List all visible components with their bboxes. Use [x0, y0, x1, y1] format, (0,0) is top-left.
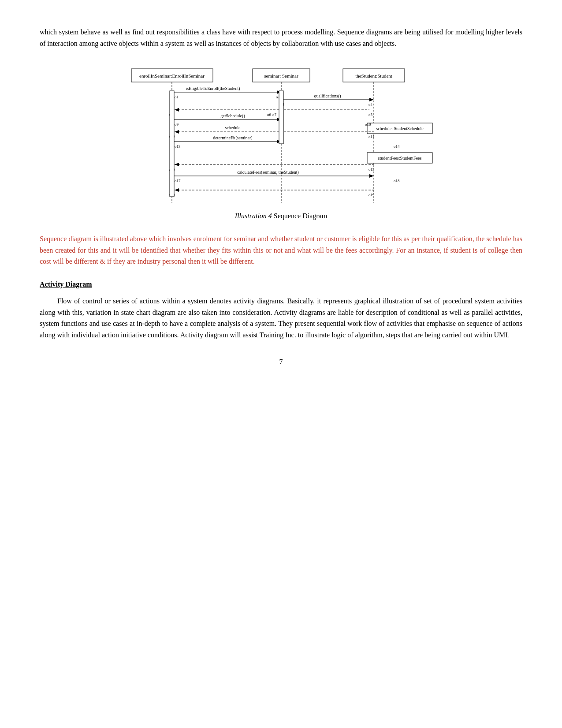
- svg-text:isEligibleToEnroll(theStudent): isEligibleToEnroll(theStudent): [186, 86, 240, 91]
- section-heading: Activity Diagram: [40, 280, 522, 288]
- svg-text:o7: o7: [272, 112, 277, 117]
- svg-text:o15: o15: [368, 167, 375, 172]
- svg-marker-24: [175, 108, 179, 112]
- colored-paragraph: Sequence diagram is illustrated above wh…: [40, 233, 522, 267]
- page-number: 7: [40, 358, 522, 366]
- svg-text:schedule: StudentSchedule: schedule: StudentSchedule: [376, 126, 424, 131]
- diagram-container: enrollInSeminar:EnrollInSeminar seminar:…: [40, 67, 522, 208]
- svg-rect-58: [279, 91, 283, 144]
- svg-text:theStudent:Student: theStudent:Student: [355, 73, 392, 78]
- svg-marker-54: [175, 188, 179, 192]
- svg-text:getSchedule(): getSchedule(): [220, 113, 245, 119]
- svg-text:o18: o18: [394, 179, 400, 183]
- sequence-svg: enrollInSeminar:EnrollInSeminar seminar:…: [127, 67, 435, 208]
- svg-text:o9: o9: [175, 122, 179, 127]
- sequence-diagram: enrollInSeminar:EnrollInSeminar seminar:…: [127, 67, 435, 208]
- svg-text:determineFit(seminar): determineFit(seminar): [213, 135, 252, 141]
- svg-marker-49: [369, 174, 374, 178]
- svg-marker-45: [175, 163, 179, 166]
- svg-text:enrollInSeminar:EnrollInSemina: enrollInSeminar:EnrollInSeminar: [139, 73, 205, 78]
- svg-marker-19: [369, 98, 374, 101]
- svg-text:o19: o19: [368, 193, 375, 197]
- svg-text:o13: o13: [175, 144, 181, 149]
- svg-text:seminar: Seminar: seminar: Seminar: [264, 73, 298, 78]
- body-paragraph: Flow of control or series of actions wit…: [40, 295, 522, 340]
- figure-caption: Illustration 4 Sequence Diagram: [40, 212, 522, 220]
- svg-text:o17: o17: [175, 179, 181, 183]
- caption-italic: Illustration 4: [235, 212, 272, 220]
- svg-text:o4: o4: [368, 102, 373, 107]
- caption-normal: Sequence Diagram: [272, 212, 327, 220]
- svg-text:schedule: schedule: [225, 125, 241, 130]
- svg-text:calculateFees(seminar, theStud: calculateFees(seminar, theStudent): [237, 170, 299, 175]
- intro-paragraph: which system behave as well as find out …: [40, 26, 522, 49]
- svg-text:o14: o14: [394, 144, 400, 149]
- svg-text:studentFees:StudentFees: studentFees:StudentFees: [378, 156, 421, 161]
- svg-text:qualifications(): qualifications(): [314, 93, 341, 99]
- svg-text:o10: o10: [365, 122, 371, 127]
- svg-text:o6: o6: [267, 112, 272, 117]
- svg-text:o1: o1: [175, 95, 179, 99]
- svg-marker-35: [175, 130, 179, 134]
- svg-rect-57: [170, 91, 174, 197]
- svg-text:o11: o11: [368, 134, 374, 139]
- svg-text:o5: o5: [368, 112, 373, 117]
